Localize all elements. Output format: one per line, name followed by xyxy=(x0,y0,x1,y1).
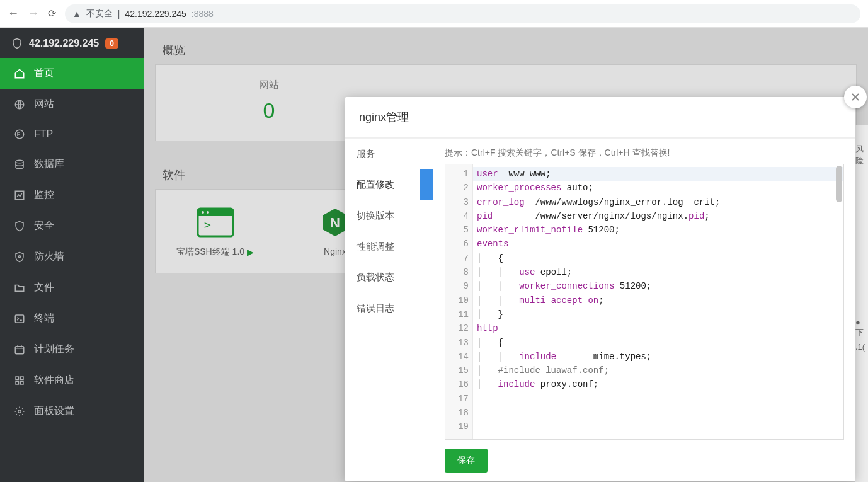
svg-point-11 xyxy=(18,410,21,413)
insecure-label: 不安全 xyxy=(86,8,113,20)
svg-point-2 xyxy=(16,160,23,163)
sidebar-item-terminal[interactable]: 终端 xyxy=(0,303,144,334)
insecure-icon: ▲ xyxy=(72,9,81,19)
ftp-icon xyxy=(14,129,25,140)
sidebar: 42.192.229.245 0 首页网站FTP数据库监控安全防火墙文件终端计划… xyxy=(0,28,144,482)
terminal-icon xyxy=(14,313,25,324)
sidebar-item-label: 首页 xyxy=(34,67,54,80)
modal-tab-4[interactable]: 负载状态 xyxy=(345,262,433,293)
shield-icon xyxy=(14,221,25,232)
globe-icon xyxy=(14,99,25,110)
sidebar-item-label: FTP xyxy=(34,129,53,140)
reload-button[interactable]: ⟳ xyxy=(48,8,56,20)
svg-rect-6 xyxy=(15,346,24,353)
editor-scrollbar[interactable] xyxy=(836,166,842,202)
svg-rect-5 xyxy=(15,315,24,323)
back-button[interactable]: ← xyxy=(8,7,19,20)
calendar-icon xyxy=(14,344,25,355)
apps-icon xyxy=(14,375,25,386)
sidebar-item-ftp[interactable]: FTP xyxy=(0,120,144,149)
browser-chrome: ← → ⟳ ▲ 不安全 | 42.192.229.245:8888 xyxy=(0,0,868,28)
editor-gutter: 12345678910111213141516171819 xyxy=(445,164,473,439)
url-separator: | xyxy=(118,9,120,19)
sidebar-item-calendar[interactable]: 计划任务 xyxy=(0,334,144,365)
modal-tab-0[interactable]: 服务 xyxy=(345,139,433,169)
editor-hint: 提示：Ctrl+F 搜索关键字，Ctrl+S 保存，Ctrl+H 查找替换! xyxy=(445,147,844,159)
editor-code[interactable]: user www www;worker_processes auto;error… xyxy=(473,164,843,439)
sidebar-item-gear[interactable]: 面板设置 xyxy=(0,396,144,427)
url-bar[interactable]: ▲ 不安全 | 42.192.229.245:8888 xyxy=(65,4,860,23)
sidebar-item-label: 面板设置 xyxy=(34,405,74,418)
save-button[interactable]: 保存 xyxy=(445,449,488,473)
sidebar-item-label: 软件商店 xyxy=(34,374,74,387)
sidebar-item-label: 安全 xyxy=(34,219,54,232)
sidebar-item-chart[interactable]: 监控 xyxy=(0,180,144,210)
server-ip: 42.192.229.245 xyxy=(29,38,99,49)
notification-badge[interactable]: 0 xyxy=(105,38,118,49)
sidebar-header: 42.192.229.245 0 xyxy=(0,28,144,58)
modal-tab-5[interactable]: 错误日志 xyxy=(345,293,433,324)
url-port: :8888 xyxy=(191,9,214,19)
svg-rect-10 xyxy=(21,381,24,384)
sidebar-item-home[interactable]: 首页 xyxy=(0,58,144,89)
sidebar-item-label: 数据库 xyxy=(34,158,64,171)
gear-icon xyxy=(14,406,25,417)
svg-rect-8 xyxy=(21,377,24,380)
modal-tab-1[interactable]: 配置修改 xyxy=(345,169,433,200)
sidebar-item-database[interactable]: 数据库 xyxy=(0,149,144,180)
modal-tabs: 服务配置修改切换版本性能调整负载状态错误日志 xyxy=(345,139,433,481)
sidebar-item-shield[interactable]: 安全 xyxy=(0,210,144,241)
forward-button[interactable]: → xyxy=(28,7,39,20)
wall-icon xyxy=(14,251,25,263)
home-icon xyxy=(14,68,25,79)
config-editor[interactable]: 12345678910111213141516171819 user www w… xyxy=(445,164,844,440)
sidebar-item-apps[interactable]: 软件商店 xyxy=(0,365,144,396)
svg-rect-7 xyxy=(16,377,19,380)
sidebar-item-label: 监控 xyxy=(34,188,54,202)
sidebar-item-folder[interactable]: 文件 xyxy=(0,272,144,303)
sidebar-item-label: 网站 xyxy=(34,98,54,111)
folder-icon xyxy=(14,282,25,294)
database-icon xyxy=(14,159,25,170)
svg-point-4 xyxy=(19,255,21,257)
modal-title: nginx管理 xyxy=(345,97,855,138)
modal-tab-3[interactable]: 性能调整 xyxy=(345,231,433,262)
sidebar-item-label: 文件 xyxy=(34,281,54,294)
url-host: 42.192.229.245 xyxy=(125,9,186,19)
sidebar-item-label: 计划任务 xyxy=(34,343,74,356)
sidebar-item-globe[interactable]: 网站 xyxy=(0,89,144,120)
server-shield-icon xyxy=(11,38,23,49)
chart-icon xyxy=(14,190,25,201)
nginx-manage-modal: nginx管理 服务配置修改切换版本性能调整负载状态错误日志 提示：Ctrl+F… xyxy=(345,97,855,481)
modal-tab-2[interactable]: 切换版本 xyxy=(345,200,433,231)
sidebar-item-label: 终端 xyxy=(34,312,54,325)
sidebar-item-wall[interactable]: 防火墙 xyxy=(0,241,144,272)
sidebar-item-label: 防火墙 xyxy=(34,250,64,263)
svg-rect-9 xyxy=(16,381,19,384)
modal-close-button[interactable] xyxy=(844,86,867,108)
modal-content: 提示：Ctrl+F 搜索关键字，Ctrl+S 保存，Ctrl+H 查找替换! 1… xyxy=(433,139,855,481)
